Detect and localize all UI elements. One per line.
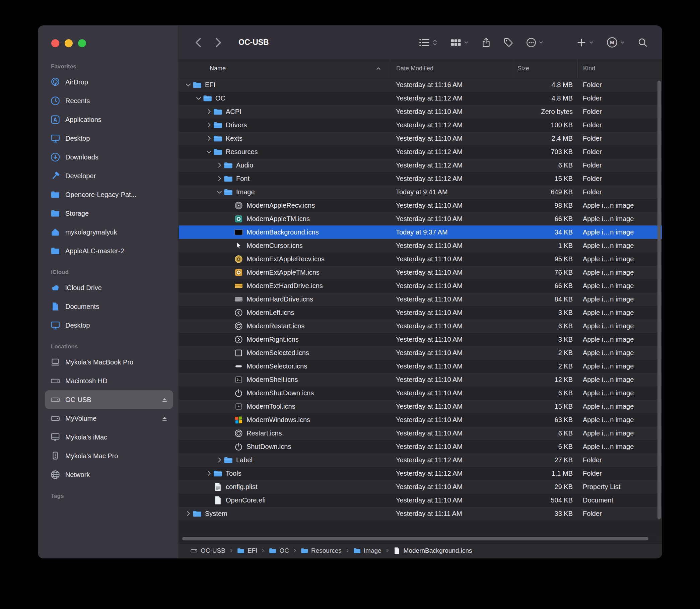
sidebar-item-mykola-s-imac[interactable]: Mykola’s iMac [45,428,173,447]
close-window-button[interactable] [51,39,59,47]
sidebar-item-macintosh-hd[interactable]: Macintosh HD [45,371,173,390]
new-item-button[interactable] [576,37,594,48]
sidebar-item-desktop[interactable]: Desktop [45,316,173,335]
disclosure-triangle-icon[interactable] [183,81,193,89]
name-cell: ModernCursor.icns [179,239,390,252]
share-button[interactable] [482,37,491,48]
back-button[interactable] [193,37,204,48]
sidebar-item-applealc-master-2[interactable]: AppleALC-master-2 [45,242,173,260]
file-row-acpi[interactable]: ACPIYesterday at 11:10 AMZero bytesFolde… [179,105,662,118]
sidebar-item-mykolagrymalyuk[interactable]: mykolagrymalyuk [45,223,173,242]
file-row-modernrestart-icns[interactable]: ModernRestart.icnsYesterday at 11:10 AM6… [179,319,662,333]
sidebar-item-applications[interactable]: AApplications [45,110,173,129]
file-row-efi[interactable]: EFIYesterday at 11:16 AM4.8 MBFolder [179,78,662,91]
file-row-drivers[interactable]: DriversYesterday at 11:12 AM100 KBFolder [179,118,662,132]
column-header-kind[interactable]: Kind [577,59,662,78]
sidebar-item-desktop[interactable]: Desktop [45,129,173,148]
file-row-modernshell-icns[interactable]: ModernShell.icnsYesterday at 11:10 AM12 … [179,373,662,386]
sidebar-item-airdrop[interactable]: AirDrop [45,73,173,91]
horizontal-scrollbar[interactable] [179,534,657,543]
column-header-date-modified[interactable]: Date Modified [390,59,514,78]
file-row-modernbackground-icns[interactable]: ModernBackground.icnsToday at 9:37 AM34 … [179,225,662,239]
file-row-modernselector-icns[interactable]: ModernSelector.icnsYesterday at 11:10 AM… [179,360,662,373]
sidebar-item-oc-usb[interactable]: OC-USB [45,390,173,409]
file-row-kexts[interactable]: KextsYesterday at 11:10 AM2.4 MBFolder [179,132,662,145]
disclosure-spacer [225,402,234,410]
sidebar-item-network[interactable]: Network [45,465,173,484]
disclosure-triangle-icon[interactable] [215,175,224,182]
sidebar-item-mykola-s-mac-pro[interactable]: Mykola’s Mac Pro [45,447,173,465]
file-row-modernshutdown-icns[interactable]: ModernShutDown.icnsYesterday at 11:10 AM… [179,386,662,400]
path-item-resources[interactable]: Resources [301,547,342,554]
file-row-opencore-efi[interactable]: OpenCore.efiYesterday at 11:10 AM504 KBD… [179,493,662,507]
horizontal-scrollbar-thumb[interactable] [182,537,648,540]
path-item-image[interactable]: Image [353,547,382,554]
file-row-config-plist[interactable]: config.plistYesterday at 11:10 AM29 KBPr… [179,480,662,493]
path-item-oc[interactable]: OC [269,547,289,554]
file-row-moderncursor-icns[interactable]: ModernCursor.icnsYesterday at 11:10 AM1 … [179,239,662,252]
file-row-system[interactable]: SystemYesterday at 11:11 AM33 KBFolder [179,507,662,520]
sidebar-item-mykola-s-macbook-pro[interactable]: Mykola’s MacBook Pro [45,353,173,371]
minimize-window-button[interactable] [65,39,73,47]
file-row-modernextappletm-icns[interactable]: ModernExtAppleTM.icnsYesterday at 11:10 … [179,266,662,279]
file-row-label[interactable]: LabelYesterday at 11:12 AM27 KBFolder [179,453,662,467]
forward-button[interactable] [212,37,224,48]
zoom-window-button[interactable] [78,39,86,47]
account-button[interactable]: M [607,37,625,48]
file-row-modernright-icns[interactable]: ModernRight.icnsYesterday at 11:10 AM3 K… [179,333,662,346]
disclosure-triangle-icon[interactable] [215,188,224,196]
file-row-modernwindows-icns[interactable]: ModernWindows.icnsYesterday at 11:10 AM6… [179,413,662,427]
file-row-modernextharddrive-icns[interactable]: ModernExtHardDrive.icnsYesterday at 11:1… [179,279,662,293]
file-row-audio[interactable]: AudioYesterday at 11:12 AM6 KBFolder [179,158,662,172]
disclosure-triangle-icon[interactable] [204,148,213,156]
disclosure-triangle-icon[interactable] [194,94,203,102]
sidebar-item-downloads[interactable]: Downloads [45,148,173,167]
file-row-restart-icns[interactable]: Restart.icnsYesterday at 11:10 AM6 KBApp… [179,427,662,440]
sidebar-item-developer[interactable]: Developer [45,167,173,185]
disclosure-triangle-icon[interactable] [215,456,224,464]
sidebar-item-icloud-drive[interactable]: iCloud Drive [45,278,173,297]
disclosure-triangle-icon[interactable] [204,107,213,116]
file-row-image[interactable]: ImageToday at 9:41 AM649 KBFolder [179,185,662,199]
file-row-modernappletm-icns[interactable]: ModernAppleTM.icnsYesterday at 11:10 AM6… [179,212,662,225]
path-item-oc-usb[interactable]: OC-USB [190,547,225,554]
file-row-modernextapplerecv-icns[interactable]: ModernExtAppleRecv.icnsYesterday at 11:1… [179,252,662,266]
view-options-button[interactable] [419,37,437,48]
file-row-modernapplerecv-icns[interactable]: ModernAppleRecv.icnsYesterday at 11:10 A… [179,199,662,212]
file-row-oc[interactable]: OCYesterday at 11:12 AM4.8 MBFolder [179,91,662,105]
file-row-tools[interactable]: ToolsYesterday at 11:12 AM1.1 MBFolder [179,467,662,480]
file-row-shutdown-icns[interactable]: ShutDown.icnsYesterday at 11:10 AM6 KBAp… [179,440,662,453]
more-actions-button[interactable] [526,37,544,48]
eject-icon[interactable] [161,415,169,422]
sidebar-item-recents[interactable]: Recents [45,91,173,110]
disclosure-triangle-icon[interactable] [204,134,213,142]
search-button[interactable] [638,37,648,48]
sidebar-item-documents[interactable]: Documents [45,297,173,316]
path-item-modernbackground-icns[interactable]: ModernBackground.icns [393,547,472,554]
sidebar-item-opencore-legacy-pat[interactable]: Opencore-Legacy-Pat... [45,185,173,204]
sidebar-item-label: Documents [65,303,169,311]
sidebar-item-myvolume[interactable]: MyVolume [45,409,173,428]
vertical-scrollbar[interactable] [657,80,661,531]
column-header-size[interactable]: Size [514,59,577,78]
file-row-modernselected-icns[interactable]: ModernSelected.icnsYesterday at 11:10 AM… [179,346,662,360]
vertical-scrollbar-thumb[interactable] [658,81,661,519]
tags-button[interactable] [503,37,513,48]
size-cell: 4.8 MB [514,91,577,105]
column-header-name[interactable]: Name [179,59,390,78]
file-row-resources[interactable]: ResourcesYesterday at 11:12 AM703 KBFold… [179,145,662,158]
disclosure-triangle-icon[interactable] [204,469,213,477]
sidebar-item-storage[interactable]: Storage [45,204,173,223]
disclosure-triangle-icon[interactable] [215,161,224,169]
file-row-font[interactable]: FontYesterday at 11:12 AM15 KBFolder [179,172,662,185]
disclosure-triangle-icon[interactable] [204,121,213,129]
eject-icon[interactable] [161,396,169,404]
path-item-efi[interactable]: EFI [237,547,258,554]
file-row-modernharddrive-icns[interactable]: ModernHardDrive.icnsYesterday at 11:10 A… [179,293,662,306]
disclosure-spacer [225,322,234,330]
disclosure-triangle-icon[interactable] [183,509,193,518]
group-by-button[interactable] [450,37,469,48]
file-row-modernleft-icns[interactable]: ModernLeft.icnsYesterday at 11:10 AM3 KB… [179,306,662,319]
file-name: Resources [226,148,258,156]
file-row-moderntool-icns[interactable]: ModernTool.icnsYesterday at 11:10 AM15 K… [179,400,662,413]
